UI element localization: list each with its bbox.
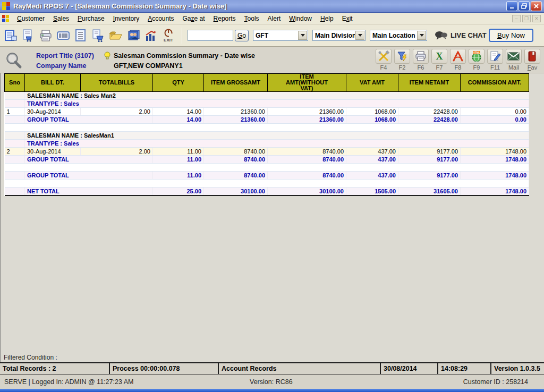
column-header-sno[interactable]: Sno bbox=[5, 74, 25, 92]
menu-bar: CustomerSalesPurchaseInventoryAccountsGa… bbox=[0, 13, 544, 24]
function-button-bar: F4F2F6XF7F8HTMLF9F11MailFav bbox=[375, 49, 541, 71]
column-header-totalbills[interactable]: TOTALBILLS bbox=[81, 74, 153, 92]
restore-icon[interactable] bbox=[518, 1, 530, 11]
fn-button-f11[interactable]: F11 bbox=[487, 49, 504, 71]
analytics-chart-icon[interactable] bbox=[143, 28, 158, 44]
menu-item-inventory[interactable]: Inventory bbox=[109, 13, 143, 24]
chevron-down-icon[interactable] bbox=[417, 31, 426, 40]
menu-item-purchase[interactable]: Purchase bbox=[73, 13, 109, 24]
menu-item-help[interactable]: Help bbox=[316, 13, 338, 24]
menu-item-exit[interactable]: Exit bbox=[338, 13, 357, 24]
table-cell: 437.00 bbox=[346, 172, 398, 180]
purchase-cart-icon[interactable] bbox=[91, 28, 106, 44]
fn-button-f6[interactable]: F6 bbox=[412, 49, 429, 71]
table-cell bbox=[5, 132, 25, 140]
report-title-value: Salesman Commission Summary - Date wise bbox=[114, 52, 255, 59]
fn-button-f9[interactable]: HTMLF9 bbox=[468, 49, 485, 71]
menu-item-customer[interactable]: Customer bbox=[13, 13, 49, 24]
status-bar: Total Records : 2Process 00:00:00.078Acc… bbox=[0, 362, 544, 374]
table-cell: 8740.00 bbox=[268, 156, 346, 164]
column-header-item-grossamt[interactable]: ITEM GROSSAMT bbox=[204, 74, 268, 92]
chevron-down-icon[interactable] bbox=[298, 31, 307, 40]
child-minimize-icon[interactable]: – bbox=[512, 15, 521, 22]
menu-item-alert[interactable]: Alert bbox=[264, 13, 285, 24]
customers-icon[interactable] bbox=[126, 28, 141, 44]
table-row[interactable]: 130-Aug-20142.0014.0021360.0021360.00106… bbox=[5, 108, 529, 116]
invoice-report-icon[interactable] bbox=[3, 28, 18, 44]
company-select[interactable]: GFT bbox=[253, 30, 308, 41]
menu-item-accounts[interactable]: Accounts bbox=[143, 13, 178, 24]
go-button[interactable]: Go bbox=[235, 30, 249, 41]
fn-button-f8[interactable]: F8 bbox=[449, 49, 466, 71]
open-folder-icon[interactable] bbox=[108, 28, 123, 44]
table-cell: 22428.00 bbox=[398, 108, 461, 116]
html-icon: HTML bbox=[469, 49, 484, 64]
menu-item-tools[interactable]: Tools bbox=[240, 13, 264, 24]
print-icon[interactable] bbox=[38, 28, 53, 44]
fn-button-f4[interactable]: F4 bbox=[375, 49, 392, 71]
table-cell: 14.00 bbox=[153, 108, 204, 116]
tools-icon bbox=[376, 49, 392, 64]
fn-key-label: F11 bbox=[490, 64, 500, 71]
table-row: TRANTYPE : Sales bbox=[5, 140, 529, 148]
table-cell: 437.00 bbox=[346, 156, 398, 164]
child-close-icon[interactable]: ✕ bbox=[532, 15, 541, 22]
fn-button-f7[interactable]: XF7 bbox=[431, 49, 448, 71]
column-header-qty[interactable]: QTY bbox=[153, 74, 204, 92]
window-bottom-border bbox=[0, 389, 544, 392]
column-header-bill-dt-[interactable]: BILL DT. bbox=[25, 74, 81, 92]
table-cell: GROUP TOTAL bbox=[25, 116, 153, 124]
table-cell bbox=[5, 140, 25, 148]
status-cell-3: 30/08/2014 bbox=[381, 363, 438, 374]
location-select[interactable]: Main Location bbox=[370, 30, 427, 41]
table-cell: 30-Aug-2014 bbox=[25, 108, 81, 116]
division-select[interactable]: Main Division bbox=[312, 30, 366, 41]
column-header-item[interactable]: ITEM AMT(WITHOUT VAT) bbox=[268, 74, 346, 92]
table-row: GROUP TOTAL11.008740.008740.00437.009177… bbox=[5, 172, 529, 180]
live-chat-link[interactable]: LIVE CHAT bbox=[435, 31, 487, 40]
fn-button-fav[interactable]: Fav bbox=[524, 49, 541, 71]
status-cell-0: Total Records : 2 bbox=[0, 363, 110, 374]
table-cell: 9177.00 bbox=[398, 156, 461, 164]
company-select-value: GFT bbox=[253, 32, 298, 39]
main-toolbar: EXIT Go GFT Main Division Main Location … bbox=[0, 24, 544, 47]
table-cell bbox=[5, 92, 25, 100]
fn-button-mail[interactable]: Mail bbox=[505, 49, 522, 71]
app-logo-icon bbox=[2, 2, 11, 11]
table-cell bbox=[5, 124, 529, 132]
table-cell: 1068.00 bbox=[346, 108, 398, 116]
child-restore-icon[interactable]: ❐ bbox=[522, 15, 531, 22]
chevron-down-icon[interactable] bbox=[355, 31, 364, 40]
table-row: SALESMAN NAME : SalesMan1 bbox=[5, 132, 529, 140]
menu-item-window[interactable]: Window bbox=[285, 13, 316, 24]
fn-button-f2[interactable]: F2 bbox=[394, 49, 411, 71]
mail-icon bbox=[506, 49, 522, 64]
table-cell: 30100.00 bbox=[268, 188, 346, 195]
sales-document-icon[interactable] bbox=[21, 28, 36, 44]
item-list-icon[interactable] bbox=[73, 28, 88, 44]
menu-item-gaze-at[interactable]: Gaze at bbox=[178, 13, 209, 24]
minimize-icon[interactable] bbox=[506, 1, 517, 11]
svg-text:EXIT: EXIT bbox=[164, 38, 173, 42]
table-cell: 2.00 bbox=[81, 108, 153, 116]
column-header-vat-amt[interactable]: VAT AMT bbox=[346, 74, 398, 92]
close-icon[interactable] bbox=[531, 1, 542, 11]
exit-icon[interactable]: EXIT bbox=[161, 28, 176, 44]
table-row: GROUP TOTAL14.0021360.0021360.001068.002… bbox=[5, 116, 529, 124]
lightbulb-icon bbox=[104, 52, 110, 60]
table-cell: 8740.00 bbox=[204, 172, 268, 180]
search-input[interactable] bbox=[188, 30, 233, 41]
company-name-value: GFT,NEW COMPANY1 bbox=[114, 62, 183, 70]
column-header-item-netamt[interactable]: ITEM NETAMT bbox=[398, 74, 461, 92]
table-row: NET TOTAL25.0030100.0030100.001505.00316… bbox=[5, 188, 529, 195]
menu-item-sales[interactable]: Sales bbox=[49, 13, 73, 24]
fn-key-label: F9 bbox=[473, 64, 480, 71]
column-header-commission-amt-[interactable]: COMMISSION AMT. bbox=[461, 74, 529, 92]
table-cell: 14.00 bbox=[153, 116, 204, 124]
buy-now-button[interactable]: Buy Now bbox=[489, 29, 533, 42]
table-row[interactable]: 230-Aug-20142.0011.008740.008740.00437.0… bbox=[5, 148, 529, 156]
menu-item-reports[interactable]: Reports bbox=[209, 13, 240, 24]
toolbar-separator bbox=[182, 28, 182, 44]
table-cell: 9177.00 bbox=[398, 172, 461, 180]
barcode-icon[interactable] bbox=[56, 28, 71, 44]
